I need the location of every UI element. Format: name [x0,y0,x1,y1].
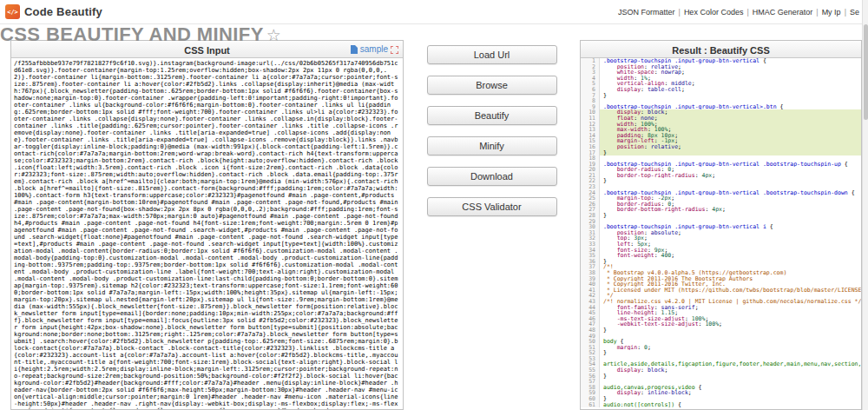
code-text: margin-top: -2px; [600,195,861,202]
code-text: display: block; [600,109,861,116]
code-line: 51 margin: 0; [581,345,861,351]
toplink-hex-color-codes[interactable]: Hex Color Codes [684,8,744,17]
result-title: Result : Beautify CSS [672,45,769,56]
code-text: float: none; [600,116,861,122]
code-line: 9.bootstrap-touchspin .input-group-btn-v… [581,104,861,110]
sample-link[interactable]: sample [360,41,388,58]
code-text: position: relative; [600,144,861,150]
separator: | [845,8,846,17]
page-scrollbar[interactable] [862,0,868,410]
code-line: 15 margin-left: -1px; [581,138,861,144]
code-line: 13 max-width: 100%; [581,127,861,133]
code-text: body { [600,339,861,345]
code-text: top: 3px; [600,235,861,241]
css-validator-button[interactable]: CSS Validator [427,197,557,216]
code-line: 20 border-radius: 0; [581,167,861,173]
result-header: Result : Beautify CSS [581,41,861,58]
topbar: </> Code Beautify JSON Formatter|Hex Col… [0,0,868,24]
code-text: article,aside,details,figcaption,figure,… [600,361,861,367]
code-line: 49 [581,334,861,340]
brand-name: Code Beautify [24,5,102,18]
code-line: 30.bootstrap-touchspin .input-group-btn-… [581,224,861,230]
code-line: 50body { [581,339,861,345]
brand[interactable]: </> Code Beautify [5,4,102,19]
code-text: * Copyright 2011-2016 The Bootstrap Auth… [600,276,861,282]
code-line: 44 font-family: sans-serif; [581,305,861,311]
css-input-editor[interactable]: /f255afbbbbe937e79f7821827f9c6f10.svg)}.… [11,58,403,409]
separator: | [816,8,818,17]
separator: | [746,8,748,17]
code-text: * Copyright 2011-2016 Twitter, Inc. [600,281,861,288]
code-text: } [600,150,861,156]
code-text: audio,canvas,progress,video { [600,385,861,391]
code-text: border-bottom-right-radius: 4px; [600,207,861,213]
code-line: 10 display: block; [581,109,861,116]
favorite-star-icon[interactable]: ☆ [266,26,281,44]
sample-file-icon[interactable] [351,45,358,54]
minify-button[interactable]: Minify [427,136,557,155]
download-button[interactable]: Download [427,167,557,186]
toplink-my-ip[interactable]: My Ip [822,8,841,17]
line-number: 6 [581,87,600,93]
code-text: white-space: nowrap; [600,69,861,76]
code-line: 24.bootstrap-touchspin .input-group-btn-… [581,190,861,196]
code-text: border-top-right-radius: 4px; [600,173,861,179]
code-line: 2 position: relative; [581,64,861,70]
code-line: 56} [581,374,861,380]
code-line: 35 font-weight: 400; [581,253,861,259]
code-text: */ [600,293,861,299]
css-input-panel: CSS Input sample /f255afbbbbe937e79f7821… [10,40,404,410]
code-line: 22} [581,178,861,184]
fullscreen-expand-icon[interactable] [391,46,398,54]
code-line: 27 border-bottom-right-radius: 4px; [581,207,861,213]
line-number: 5 [581,81,600,87]
code-line: 18 [581,155,861,162]
code-text: } [600,178,861,184]
result-panel: Result : Beautify CSS 1.bootstrap-touchs… [580,40,862,410]
browse-button[interactable]: Browse [427,76,557,95]
brand-logo-icon: </> [5,4,20,19]
code-text: -webkit-text-size-adjust: 100%; [600,321,861,327]
code-line: 47 -webkit-text-size-adjust: 100%; [581,321,861,327]
code-text [600,356,861,362]
code-text: .bootstrap-touchspin .input-group-btn-ve… [600,190,861,196]
code-text: font-size: 9px; [600,248,861,254]
line-number: 1 [581,58,600,64]
code-text [600,334,861,340]
css-input-tools: sample [351,41,398,58]
code-text: vertical-align: middle; [600,81,861,87]
code-line: 4 width: 1%; [581,76,861,82]
page-title: CSS BEAUTIFY AND MINIFY☆ [0,23,281,46]
toplink-hmac-generator[interactable]: HMAC Generator [753,8,813,17]
css-input-title: CSS Input [184,45,230,56]
code-line: 34 font-size: 9px; [581,248,861,254]
code-line: 46 -ms-text-size-adjust: 100%; [581,316,861,322]
code-text: } [600,213,861,219]
code-text: .bootstrap-touchspin .input-group-btn-ve… [600,162,861,168]
code-text: } [600,396,861,402]
code-text: } [600,93,861,99]
code-text: line-height: 1.15; [600,310,861,316]
code-text: } [600,259,861,265]
code-text: -ms-text-size-adjust: 100%; [600,316,861,322]
code-line: 28} [581,213,861,219]
code-line: 52} [581,350,861,356]
code-line: 17} [581,150,861,156]
code-line: 36} [581,259,861,265]
code-line: 6 display: table-cell; [581,87,861,93]
toplink-json-formatter[interactable]: JSON Formatter [618,8,675,17]
code-text [600,98,861,104]
result-editor[interactable]: 1.bootstrap-touchspin .input-group-btn-v… [581,58,861,409]
code-line: 3 white-space: nowrap; [581,69,861,76]
code-line: 57 [581,379,861,385]
scrollbar-thumb[interactable] [864,24,868,120]
load-url-button[interactable]: Load Url [427,45,557,64]
code-text: position: relative; [600,64,861,70]
code-line: 21 border-top-right-radius: 4px; [581,173,861,179]
code-text [600,379,861,385]
code-text: .bootstrap-touchspin .input-group-btn-ve… [600,104,861,110]
code-line: 19.bootstrap-touchspin .input-group-btn-… [581,162,861,168]
toplink-truncated[interactable]: Se [850,8,859,17]
code-text: width: 1%; [600,76,861,82]
beautify-button[interactable]: Beautify [427,106,557,125]
